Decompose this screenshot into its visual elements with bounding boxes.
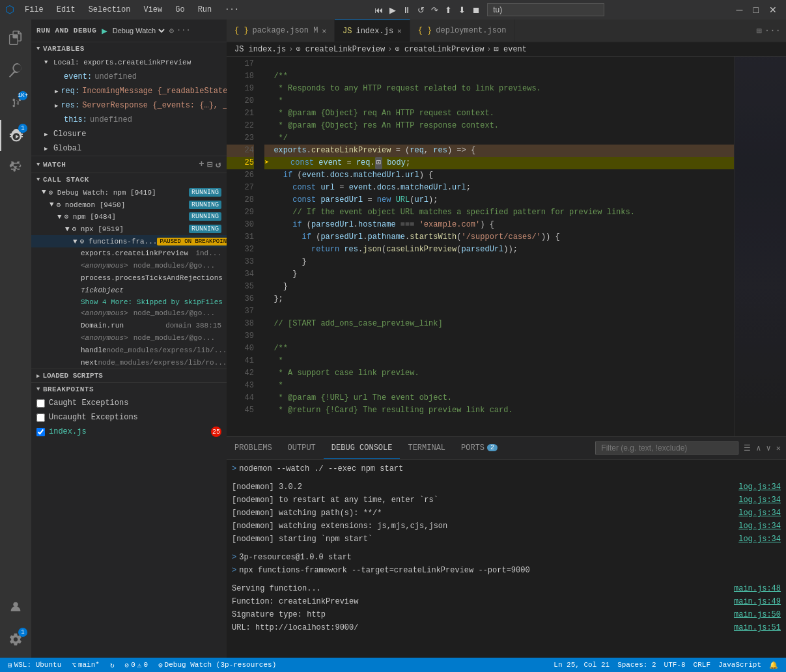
command-palette-input[interactable] [487, 3, 604, 16]
var-this[interactable]: this: undefined [31, 113, 227, 127]
status-spaces[interactable]: Spaces: 2 [615, 661, 658, 669]
split-editor-icon[interactable]: ⊞ [756, 25, 761, 36]
breadcrumb-fn1[interactable]: ⊙ createLinkPreview [296, 44, 385, 54]
activity-settings[interactable]: 1 [0, 624, 31, 655]
breakpoint-caught-checkbox[interactable] [36, 399, 45, 408]
callstack-anon3[interactable]: <anonymous> node_modules/@go... [31, 332, 227, 344]
close-btn[interactable]: ✕ [765, 3, 781, 16]
maximize-btn[interactable]: □ [750, 3, 763, 16]
more-options-icon[interactable]: ··· [176, 26, 191, 35]
debug-step-out-btn[interactable]: ↷ [428, 4, 441, 16]
global-scope[interactable]: ▶ Global [31, 141, 227, 156]
callstack-domain-run[interactable]: Domain.run domain 388:15 [31, 320, 227, 332]
breakpoint-uncaught-checkbox[interactable] [36, 413, 45, 422]
menu-run[interactable]: Run [193, 4, 218, 16]
console-link-signature[interactable]: main.js:50 [734, 608, 781, 621]
variables-header[interactable]: ▼ VARIABLES [31, 42, 227, 55]
gear-icon[interactable]: ⚙ [169, 26, 174, 36]
menu-go[interactable]: Go [170, 4, 189, 16]
menu-more[interactable]: ··· [219, 4, 244, 16]
breakpoint-indexjs[interactable]: index.js 25 [31, 425, 227, 439]
tab-indexjs-close[interactable]: ✕ [397, 27, 402, 35]
callstack-tickobject[interactable]: TickObject [31, 284, 227, 296]
callstack-next[interactable]: next node_modules/express/lib/ro... [31, 356, 227, 369]
tab-deployment[interactable]: { } deployment.json [410, 20, 515, 42]
activity-explorer[interactable] [0, 22, 31, 53]
status-wsl[interactable]: ⊞ WSL: Ubuntu [5, 661, 64, 669]
callstack-nodemon[interactable]: ▼ ⚙ nodemon [9450] RUNNING [31, 199, 227, 211]
callstack-functions-fra[interactable]: ▼ ⚙ functions-fra... PAUSED ON BREAKPOIN… [31, 235, 227, 247]
callstack-npm2[interactable]: ▼ ⚙ npm [9484] RUNNING [31, 211, 227, 223]
breakpoints-header[interactable]: ▼ BREAKPOINTS [31, 383, 227, 396]
status-errors[interactable]: ⊘ 0 ⚠ 0 [122, 661, 150, 669]
console-link-nodemon-ext[interactable]: log.js:34 [738, 520, 781, 533]
watch-collapse-icon[interactable]: ⊟ [207, 159, 213, 170]
console-link-nodemon-restart[interactable]: log.js:34 [738, 494, 781, 507]
activity-source-control[interactable]: 1K+ [0, 87, 31, 119]
menu-selection[interactable]: Selection [83, 4, 136, 16]
console-link-serving[interactable]: main.js:48 [734, 582, 781, 595]
console-link-function[interactable]: main.js:49 [734, 595, 781, 608]
console-filter-input[interactable] [595, 441, 738, 455]
var-res[interactable]: ▶ res: ServerResponse {_events: {…}, _e.… [31, 98, 227, 113]
callstack-process[interactable]: process.processTicksAndRejections [31, 272, 227, 285]
activity-search[interactable] [0, 55, 31, 86]
status-sync[interactable]: ↻ [107, 661, 117, 669]
code-content[interactable]: /** * Responds to any HTTP request relat… [259, 57, 734, 436]
console-up-icon[interactable]: ∧ [756, 443, 761, 453]
menu-edit[interactable]: Edit [51, 4, 81, 16]
loaded-scripts-header[interactable]: ▶ LOADED SCRIPTS [31, 369, 227, 382]
activity-accounts[interactable] [0, 591, 31, 623]
status-encoding[interactable]: UTF-8 [662, 661, 688, 669]
status-notifications[interactable]: 🔔 [766, 661, 781, 669]
code-editor[interactable]: 17 18 19 20 21 22 23 24 25 26 27 28 29 3… [227, 57, 786, 436]
console-link-nodemon-start[interactable]: log.js:34 [738, 533, 781, 546]
activity-debug[interactable]: 1 [0, 120, 31, 151]
debug-stop-btn[interactable]: ⏹ [470, 4, 483, 16]
console-close-icon[interactable]: ✕ [776, 443, 781, 453]
status-debug[interactable]: ⚙ Debug Watch (3p-resources) [156, 661, 279, 669]
tab-terminal[interactable]: TERMINAL [400, 437, 453, 459]
status-cursor[interactable]: Ln 25, Col 21 [551, 661, 612, 669]
callstack-show-more[interactable]: Show 4 More: Skipped by skipFiles [31, 296, 227, 307]
debug-restart-btn[interactable]: ↺ [415, 4, 427, 16]
watch-add-icon[interactable]: + [199, 159, 204, 170]
breadcrumb-var[interactable]: ⊡ event [494, 44, 527, 54]
closure-scope[interactable]: ▶ Closure [31, 127, 227, 141]
menu-file[interactable]: File [20, 4, 49, 16]
tab-indexjs[interactable]: JS index.js ✕ [335, 20, 410, 42]
status-git[interactable]: ⌥ main* [69, 661, 102, 669]
debug-up-btn[interactable]: ⬆ [442, 4, 455, 16]
breadcrumb-file[interactable]: JS index.js [234, 45, 286, 54]
local-scope[interactable]: ▼ Local: exports.createLinkPreview [31, 55, 227, 70]
callstack-anon2[interactable]: <anonymous> node_modules/@go... [31, 307, 227, 320]
tab-package-close[interactable]: ✕ [322, 27, 326, 35]
callstack-header[interactable]: ▼ CALL STACK [31, 173, 227, 186]
var-req[interactable]: ▶ req: IncomingMessage {_readableState:.… [31, 84, 227, 98]
callstack-npx[interactable]: ▼ ⚙ npx [9519] RUNNING [31, 223, 227, 235]
breakpoint-uncaught[interactable]: Uncaught Exceptions [31, 410, 227, 425]
breakpoint-caught[interactable]: Caught Exceptions [31, 396, 227, 410]
watch-header[interactable]: ▼ WATCH + ⊟ ↺ [31, 156, 227, 173]
console-link-nodemon-ver[interactable]: log.js:34 [738, 481, 781, 494]
callstack-npm[interactable]: ▼ ⚙ Debug Watch: npm [9419] RUNNING [31, 186, 227, 199]
console-down-icon[interactable]: ∨ [766, 443, 771, 453]
tab-ports[interactable]: PORTS 2 [453, 437, 505, 459]
tab-package-json[interactable]: { } package.json M ✕ [227, 20, 335, 42]
activity-extensions[interactable] [0, 152, 31, 184]
tab-problems[interactable]: PROBLEMS [227, 437, 280, 459]
debug-config-select[interactable]: Debug Watch [110, 26, 167, 35]
console-link-nodemon-path[interactable]: log.js:34 [738, 507, 781, 520]
more-tabs-icon[interactable]: ··· [765, 25, 781, 36]
tab-output[interactable]: OUTPUT [280, 437, 324, 459]
watch-refresh-icon[interactable]: ↺ [216, 159, 221, 170]
console-link-url[interactable]: main.js:51 [734, 621, 781, 634]
status-line-ending[interactable]: CRLF [691, 661, 713, 669]
debug-step-into-btn[interactable]: ⏸ [400, 4, 414, 16]
breadcrumb-fn2[interactable]: ⊙ createLinkPreview [395, 44, 484, 54]
status-language[interactable]: JavaScript [716, 661, 764, 669]
tab-debug-console[interactable]: DEBUG CONSOLE [324, 437, 400, 459]
debug-down-btn[interactable]: ⬇ [456, 4, 468, 16]
callstack-handle[interactable]: handle node_modules/express/lib/... [31, 344, 227, 356]
debug-step-over-btn[interactable]: ▶ [387, 4, 399, 16]
